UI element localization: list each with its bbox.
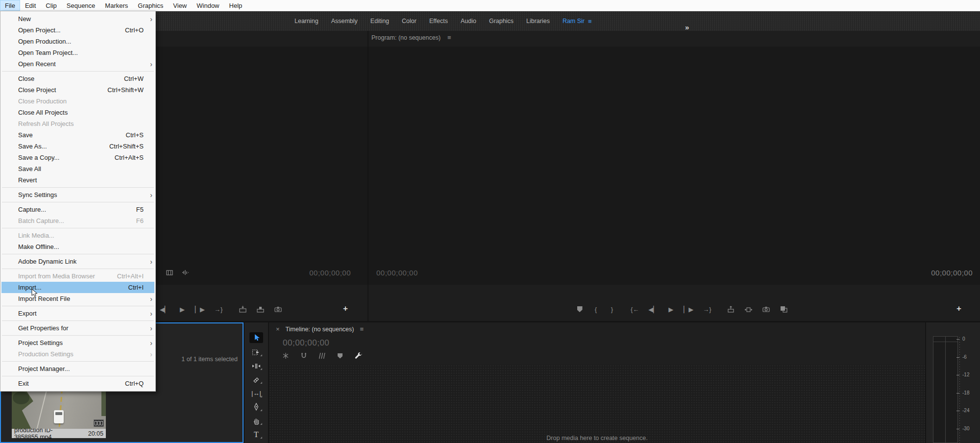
menu-help[interactable]: Help xyxy=(224,0,247,11)
program-button-editor[interactable]: + xyxy=(956,304,961,314)
menu-window[interactable]: Window xyxy=(192,0,224,11)
menu-item-new[interactable]: New› xyxy=(1,13,154,25)
menu-item-close-all-projects[interactable]: Close All Projects xyxy=(1,107,154,118)
linked-selection-icon[interactable] xyxy=(318,352,326,360)
workspace-tab-menu-icon[interactable]: ≡ xyxy=(588,18,591,25)
workspace-tab-audio[interactable]: Audio xyxy=(454,18,483,25)
menu-item-open-team-project[interactable]: Open Team Project... xyxy=(1,47,154,58)
lift-button[interactable] xyxy=(727,305,735,313)
timeline-close-icon[interactable]: × xyxy=(276,325,280,333)
menu-sequence[interactable]: Sequence xyxy=(62,0,100,11)
project-clip-item[interactable]: production ID-3858855.mp4 20:05 xyxy=(12,391,106,438)
add-marker-icon[interactable] xyxy=(337,353,343,359)
workspace-tab-color[interactable]: Color xyxy=(395,18,423,25)
clip-thumbnail[interactable] xyxy=(12,391,106,429)
workspace-tab-effects[interactable]: Effects xyxy=(423,18,454,25)
overwrite-button[interactable] xyxy=(256,305,265,313)
go-to-out-button[interactable]: →} xyxy=(703,306,711,313)
drag-video-only-icon[interactable] xyxy=(166,269,173,276)
menu-separator xyxy=(2,376,154,376)
program-panel-menu-icon[interactable]: ≡ xyxy=(447,34,451,41)
workspace-tab-ram-sir[interactable]: Ram Sir≡ xyxy=(556,18,598,25)
export-frame-button[interactable] xyxy=(274,305,282,313)
workspace-overflow-button[interactable]: » xyxy=(685,23,689,31)
menu-item-import[interactable]: Import...Ctrl+I xyxy=(1,282,154,293)
nest-sequences-icon[interactable] xyxy=(282,352,290,360)
menu-item-close-project[interactable]: Close ProjectCtrl+Shift+W xyxy=(1,84,154,96)
timeline-panel-menu-icon[interactable]: ≡ xyxy=(360,325,363,333)
menu-item-exit[interactable]: ExitCtrl+Q xyxy=(1,378,154,389)
timeline-tab-title[interactable]: Timeline: (no sequences) xyxy=(286,326,354,333)
step-forward-button[interactable]: ▏▶ xyxy=(195,306,205,313)
meter-tick xyxy=(956,339,959,340)
menu-edit[interactable]: Edit xyxy=(20,0,41,11)
menu-item-save[interactable]: SaveCtrl+S xyxy=(1,129,154,141)
hand-tool[interactable] xyxy=(250,416,263,425)
selection-tool[interactable] xyxy=(249,332,263,343)
drag-audio-only-icon[interactable] xyxy=(181,269,189,276)
program-timecode-position[interactable]: 00;00;00;00 xyxy=(376,269,418,277)
menu-clip[interactable]: Clip xyxy=(41,0,61,11)
workspace-tab-libraries[interactable]: Libraries xyxy=(520,18,556,25)
pen-tool[interactable] xyxy=(250,402,263,412)
menu-item-revert[interactable]: Revert xyxy=(1,174,154,186)
menu-item-open-project[interactable]: Open Project...Ctrl+O xyxy=(1,25,154,36)
clip-duration: 20:05 xyxy=(88,430,103,437)
workspace-tab-assembly[interactable]: Assembly xyxy=(325,18,364,25)
menu-separator xyxy=(2,202,154,202)
menu-item-make-offline[interactable]: Make Offline... xyxy=(1,241,154,252)
mark-in-button[interactable]: { xyxy=(592,306,599,313)
menu-separator xyxy=(2,361,154,362)
menu-item-sync-settings[interactable]: Sync Settings› xyxy=(1,189,154,200)
razor-tool[interactable] xyxy=(250,375,263,384)
snap-icon[interactable] xyxy=(300,352,307,360)
extract-button[interactable] xyxy=(744,305,753,313)
go-to-in-button[interactable]: {← xyxy=(631,306,639,313)
menu-item-open-production[interactable]: Open Production... xyxy=(1,36,154,47)
menu-item-project-settings[interactable]: Project Settings› xyxy=(1,337,154,348)
track-select-forward-tool[interactable] xyxy=(250,347,263,357)
type-tool[interactable]: T xyxy=(250,430,263,439)
menu-item-close[interactable]: CloseCtrl+W xyxy=(1,73,154,84)
menu-file[interactable]: File xyxy=(0,0,20,11)
menu-item-project-manager[interactable]: Project Manager... xyxy=(1,363,154,374)
menu-view[interactable]: View xyxy=(168,0,192,11)
menu-item-get-properties-for[interactable]: Get Properties for› xyxy=(1,322,154,334)
export-frame-button[interactable] xyxy=(762,305,770,313)
add-marker-button[interactable] xyxy=(576,306,583,312)
source-button-editor[interactable]: + xyxy=(343,304,348,314)
menu-item-open-recent[interactable]: Open Recent› xyxy=(1,58,154,70)
step-forward-button[interactable]: ▏▶ xyxy=(684,306,693,313)
menu-item-export[interactable]: Export› xyxy=(1,308,154,319)
program-timecode-duration[interactable]: 00;00;00;00 xyxy=(926,269,973,277)
play-button[interactable]: ▶ xyxy=(179,306,186,313)
menu-item-save-all[interactable]: Save All xyxy=(1,163,154,174)
mark-out-button[interactable]: } xyxy=(609,306,615,313)
insert-button[interactable] xyxy=(239,305,247,313)
workspace-tab-learning[interactable]: Learning xyxy=(288,18,325,25)
workspace-tab-graphics[interactable]: Graphics xyxy=(483,18,520,25)
menu-item-import-recent-file[interactable]: Import Recent File› xyxy=(1,293,154,304)
program-tab-title[interactable]: Program: (no sequences) xyxy=(371,34,441,41)
menu-item-save-as[interactable]: Save As...Ctrl+Shift+S xyxy=(1,141,154,152)
menu-graphics[interactable]: Graphics xyxy=(133,0,168,11)
menu-item-save-a-copy[interactable]: Save a Copy...Ctrl+Alt+S xyxy=(1,152,154,163)
menu-item-adobe-dynamic-link[interactable]: Adobe Dynamic Link› xyxy=(1,256,154,267)
menu-item-capture[interactable]: Capture...F5 xyxy=(1,204,154,215)
slip-tool[interactable]: |↔| xyxy=(250,389,263,398)
meter-tick xyxy=(956,357,959,358)
go-to-out-button[interactable]: →} xyxy=(214,306,222,313)
step-back-button[interactable]: ◀▏ xyxy=(160,306,170,313)
menu-markers[interactable]: Markers xyxy=(100,0,133,11)
timeline-drop-zone[interactable]: Drop media here to create sequence. xyxy=(269,365,925,443)
timeline-timecode[interactable]: 00;00;00;00 xyxy=(283,338,329,348)
play-button[interactable]: ▶ xyxy=(667,306,674,313)
comparison-view-button[interactable] xyxy=(780,305,788,313)
menu-separator xyxy=(2,269,154,269)
ripple-edit-tool[interactable] xyxy=(250,361,263,370)
step-back-button[interactable]: ◀▏ xyxy=(648,306,658,313)
timeline-settings-wrench-icon[interactable] xyxy=(354,352,363,360)
workspace-tab-editing[interactable]: Editing xyxy=(364,18,395,25)
source-transport: ◀▏ ▶ ▏▶ →} xyxy=(160,304,282,315)
source-timecode[interactable]: 00;00;00;00 xyxy=(308,269,351,277)
